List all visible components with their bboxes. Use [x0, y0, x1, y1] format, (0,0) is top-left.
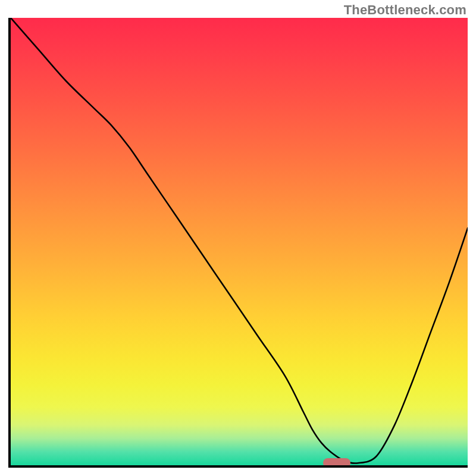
watermark-text: TheBottleneck.com	[344, 2, 466, 18]
chart-curve	[11, 18, 468, 465]
chart-marker	[323, 458, 350, 468]
bottleneck-chart	[8, 18, 468, 468]
